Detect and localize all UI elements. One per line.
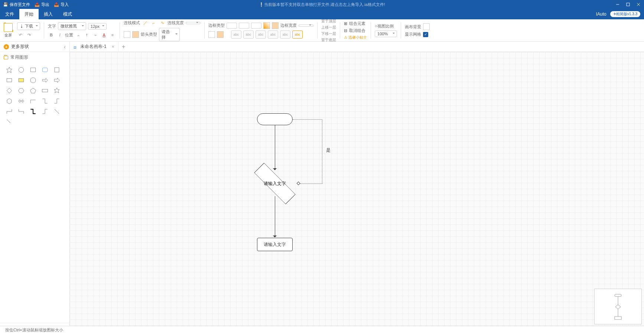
abc-btn-6[interactable]: abc: [292, 30, 303, 39]
border-dash-button[interactable]: [239, 23, 249, 29]
flow-arrow-2[interactable]: [275, 196, 275, 236]
flow-dotted-connector-2[interactable]: [300, 184, 322, 184]
shape-square[interactable]: [51, 65, 62, 75]
shape-conn3[interactable]: [51, 96, 62, 106]
save-button[interactable]: 💾保存至文件: [3, 2, 30, 7]
canvasbg-button[interactable]: [423, 23, 430, 30]
shape-octagon[interactable]: [27, 75, 39, 85]
shape-rect-yellow[interactable]: [16, 75, 27, 85]
close-button[interactable]: [636, 2, 641, 7]
align-top-button[interactable]: ⫠: [75, 32, 82, 38]
import-button[interactable]: 📥导入: [54, 2, 69, 7]
align-mid-button[interactable]: ⫯: [84, 32, 90, 38]
abc-btn-3[interactable]: abc: [256, 30, 266, 39]
text-color-button[interactable]: A: [101, 32, 107, 38]
arrow-dropdown[interactable]: 请选择: [159, 28, 180, 41]
shape-diamond[interactable]: [4, 86, 15, 95]
fill-color2-button[interactable]: [217, 31, 224, 38]
zoom-dropdown[interactable]: 100%: [375, 30, 397, 37]
border-swatch-button[interactable]: [272, 22, 279, 29]
fullscreen-button[interactable]: 全屏: [2, 22, 14, 39]
border-dot-button[interactable]: [251, 23, 261, 29]
tab-add-button[interactable]: +: [118, 43, 129, 50]
layer-top-button[interactable]: 置于顶层: [321, 19, 336, 23]
align-bot-button[interactable]: ⫟: [92, 32, 99, 38]
more-shapes-header[interactable]: + 更多形状 ‹: [0, 42, 69, 52]
fontsize-dropdown[interactable]: 12px: [88, 23, 107, 30]
border-gradient-button[interactable]: [263, 22, 270, 29]
shape-rect[interactable]: [27, 65, 39, 75]
undo-button[interactable]: ↶: [17, 32, 24, 38]
shape-line-diag[interactable]: [51, 107, 62, 116]
linewidth-dropdown[interactable]: [186, 22, 201, 24]
shape-circle[interactable]: [16, 65, 27, 75]
tab-canvas-1[interactable]: ⧈ 未命名画布-1 ×: [70, 42, 118, 52]
align-button[interactable]: ≡: [109, 32, 116, 38]
flow-dotted-connector[interactable]: [293, 119, 322, 184]
linemode-label: 连线模式: [124, 20, 140, 26]
shape-arrow-lr[interactable]: [16, 96, 27, 106]
shape-rect2[interactable]: [4, 75, 15, 85]
svg-marker-11: [30, 78, 36, 83]
line-elbow-button[interactable]: ⌐: [150, 20, 157, 26]
export-button[interactable]: 📤导出: [35, 2, 49, 7]
shape-arrow-r2[interactable]: [51, 75, 62, 85]
abc-btn-4[interactable]: abc: [268, 30, 278, 39]
borderwidth-dropdown[interactable]: [299, 25, 313, 27]
font-dropdown[interactable]: 微软雅黑: [58, 22, 86, 30]
sidebar-close-button[interactable]: ‹: [64, 44, 66, 50]
flow-decision-node[interactable]: 请输入文字: [253, 171, 297, 196]
fill-color1-button[interactable]: [208, 31, 215, 38]
shape-star[interactable]: [4, 65, 15, 75]
shape-conn5[interactable]: [16, 107, 27, 116]
menu-file[interactable]: 文件: [0, 9, 19, 19]
flow-terminal-node[interactable]: [257, 113, 293, 125]
shape-line[interactable]: [4, 117, 15, 127]
shape-conn6[interactable]: [39, 107, 51, 116]
export-icon: 📤: [35, 2, 40, 7]
canvasbg-label: 画布背景: [405, 24, 421, 30]
flow-arrow-1[interactable]: [275, 125, 275, 169]
download-dropdown[interactable]: ⭳ 下载: [17, 22, 40, 30]
menu-insert[interactable]: 插入: [39, 9, 58, 19]
shape-heptagon[interactable]: [4, 96, 15, 106]
shape-arrow-r[interactable]: [39, 75, 51, 85]
canvas[interactable]: 请输入文字 请输入文字 是: [70, 52, 644, 334]
maximize-button[interactable]: [625, 2, 631, 7]
shape-conn4[interactable]: [4, 107, 15, 116]
tab-close-button[interactable]: ×: [112, 44, 114, 49]
flow-process-node[interactable]: 请输入文字: [257, 238, 293, 251]
ungroup-button[interactable]: 取消组合: [349, 28, 365, 33]
shape-conn2[interactable]: [39, 96, 51, 106]
line-color1-button[interactable]: [124, 31, 130, 38]
shape-hexagon[interactable]: [16, 86, 27, 95]
shape-conn-bold[interactable]: [27, 107, 39, 116]
line-curve-button[interactable]: ∿: [159, 20, 166, 26]
abc-btn-1[interactable]: abc: [231, 30, 241, 39]
abc-btn-5[interactable]: abc: [280, 30, 290, 39]
italic-button[interactable]: I: [56, 32, 63, 38]
menu-start[interactable]: 开始: [19, 9, 39, 19]
shape-roundrect[interactable]: [39, 65, 51, 75]
minimize-button[interactable]: [615, 2, 620, 7]
redo-button[interactable]: ↷: [26, 32, 32, 38]
layer-down-button[interactable]: 下移一层: [321, 31, 336, 36]
shape-pentagon[interactable]: [27, 86, 39, 95]
showgrid-checkbox[interactable]: ✓: [423, 32, 428, 37]
common-shapes-section[interactable]: 常用图形: [0, 52, 69, 63]
menu-mode[interactable]: 模式: [58, 9, 77, 19]
shape-conn1[interactable]: [27, 96, 39, 106]
minimap[interactable]: [594, 289, 642, 324]
shape-rectw[interactable]: [39, 86, 51, 95]
line-color2-button[interactable]: [132, 31, 139, 38]
flow-edge-label-yes: 是: [325, 147, 331, 153]
layer-up-button[interactable]: 上移一层: [321, 25, 336, 30]
tab-bar: ⧈ 未命名画布-1 × +: [70, 42, 644, 52]
bold-button[interactable]: B: [48, 32, 55, 38]
shape-star6[interactable]: [51, 86, 62, 95]
text-label: 文字: [48, 23, 56, 29]
abc-btn-2[interactable]: abc: [243, 30, 254, 39]
line-straight-button[interactable]: ／: [142, 20, 149, 26]
border-solid-button[interactable]: [227, 23, 237, 29]
group-button[interactable]: 组合元素: [349, 21, 365, 26]
